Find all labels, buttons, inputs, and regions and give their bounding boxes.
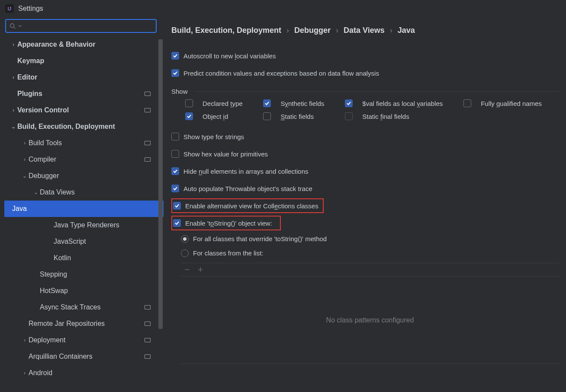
tree-item-debugger[interactable]: ⌄Debugger (4, 168, 164, 184)
hide-null-label: Hide null elements in arrays and collect… (183, 168, 309, 175)
project-scope-icon (145, 322, 151, 326)
settings-content: Build, Execution, Deployment › Debugger … (164, 19, 566, 392)
predict-label: Predict condition values and exceptions … (183, 70, 379, 77)
hide-null-checkbox[interactable] (171, 167, 179, 175)
tostring-checkbox[interactable] (173, 219, 181, 227)
tree-item-javascript[interactable]: ›JavaScript (4, 233, 164, 250)
radio-list-classes-row[interactable]: For classes from the list: (171, 246, 559, 260)
tree-item-build-tools[interactable]: ›Build Tools (4, 135, 164, 151)
autoscroll-checkbox[interactable] (171, 52, 179, 60)
predict-checkbox-row[interactable]: Predict condition values and exceptions … (171, 64, 559, 82)
static-fields-checkbox[interactable] (263, 112, 271, 120)
remove-button[interactable]: − (184, 264, 190, 275)
project-scope-icon (145, 108, 151, 112)
auto-throwable-label: Auto populate Throwable object's stack t… (183, 185, 312, 192)
declared-type-checkbox[interactable] (185, 99, 193, 107)
tree-item-editor[interactable]: ›Editor (4, 69, 164, 86)
title-bar: Settings (0, 0, 566, 19)
scrollbar-thumb[interactable] (158, 39, 163, 329)
tree-item-java-type-renderers[interactable]: ›Java Type Renderers (4, 217, 164, 233)
tree-item-android[interactable]: ›Android (4, 365, 164, 381)
empty-list-text: No class patterns configured (326, 316, 414, 324)
project-scope-icon (145, 141, 151, 145)
tree-item-build[interactable]: ⌄Build, Execution, Deployment (4, 118, 164, 135)
tree-item-appearance[interactable]: ›Appearance & Behavior (4, 36, 164, 53)
tree-item-async-stack-traces[interactable]: ›Async Stack Traces (4, 299, 164, 316)
breadcrumb: Build, Execution, Deployment › Debugger … (171, 26, 559, 35)
chevron-right-icon: › (286, 26, 289, 35)
class-list-toolbar: − + (181, 263, 559, 277)
radio-list-classes[interactable] (181, 249, 189, 257)
tree-item-keymap[interactable]: ›Keymap (4, 53, 164, 69)
tree-item-hotswap[interactable]: ›HotSwap (4, 283, 164, 299)
object-id-checkbox[interactable] (185, 112, 193, 120)
static-final-fields-checkbox (345, 112, 353, 120)
autoscroll-checkbox-row[interactable]: Autoscroll to new local variables (171, 47, 559, 64)
show-type-strings-label: Show type for strings (183, 133, 244, 140)
settings-sidebar: ›Appearance & Behavior ›Keymap ›Editor ›… (0, 19, 164, 392)
class-patterns-list: No class patterns configured (181, 277, 559, 364)
declared-type-label: Declared type (203, 100, 260, 107)
show-hex-row[interactable]: Show hex value for primitives (171, 145, 559, 163)
project-scope-icon (145, 305, 151, 309)
radio-list-classes-label: For classes from the list: (193, 249, 264, 257)
hide-null-row[interactable]: Hide null elements in arrays and collect… (171, 163, 559, 180)
val-fields-checkbox[interactable] (345, 99, 353, 107)
settings-search-input[interactable] (5, 19, 157, 33)
fq-names-checkbox[interactable] (463, 99, 471, 107)
crumb-build[interactable]: Build, Execution, Deployment (171, 26, 281, 35)
tree-item-data-views[interactable]: ⌄Data Views (4, 184, 164, 201)
crumb-data-views[interactable]: Data Views (344, 26, 385, 35)
synthetic-fields-checkbox[interactable] (263, 99, 271, 107)
window-title: Settings (18, 5, 43, 13)
tree-item-vcs[interactable]: ›Version Control (4, 102, 164, 118)
tree-item-deployment[interactable]: ›Deployment (4, 332, 164, 348)
svg-line-1 (14, 27, 16, 29)
app-logo-icon (5, 4, 14, 13)
chevron-right-icon: › (336, 26, 338, 35)
autoscroll-label: Autoscroll to new local variables (183, 52, 276, 60)
show-hex-checkbox[interactable] (171, 150, 179, 158)
show-grid: Declared type Synthetic fields $val fiel… (171, 99, 559, 120)
show-section-header: Show (171, 88, 559, 95)
object-id-label: Object id (203, 113, 260, 120)
auto-throwable-row[interactable]: Auto populate Throwable object's stack t… (171, 180, 559, 197)
sidebar-scrollbar[interactable] (158, 39, 164, 392)
auto-throwable-checkbox[interactable] (171, 185, 179, 192)
radio-all-classes[interactable] (181, 235, 189, 243)
project-scope-icon (145, 157, 151, 162)
alt-collections-row[interactable]: Enable alternative view for Collections … (171, 197, 559, 214)
divider (195, 91, 559, 92)
tostring-row[interactable]: Enable 'toString()' object view: (171, 214, 559, 232)
add-button[interactable]: + (198, 264, 203, 275)
show-type-strings-checkbox[interactable] (171, 133, 179, 140)
show-hex-label: Show hex value for primitives (183, 150, 268, 158)
project-scope-icon (145, 354, 151, 359)
project-scope-icon (145, 92, 151, 96)
show-type-strings-row[interactable]: Show type for strings (171, 128, 559, 145)
radio-all-classes-row[interactable]: For all classes that override 'toString(… (171, 232, 559, 246)
alt-collections-checkbox[interactable] (173, 202, 181, 210)
static-fields-label: Static fields (280, 113, 341, 120)
tree-item-java[interactable]: ›Java (4, 201, 164, 217)
tree-item-plugins[interactable]: ›Plugins (4, 86, 164, 102)
project-scope-icon (145, 338, 151, 342)
alt-collections-highlight: Enable alternative view for Collections … (171, 198, 324, 213)
tostring-highlight: Enable 'toString()' object view: (171, 216, 281, 230)
fq-names-label: Fully qualified names (481, 100, 559, 107)
predict-checkbox[interactable] (171, 69, 179, 77)
crumb-java: Java (398, 26, 415, 35)
settings-tree: ›Appearance & Behavior ›Keymap ›Editor ›… (4, 36, 164, 392)
tree-item-remote-jar[interactable]: ›Remote Jar Repositories (4, 316, 164, 332)
synthetic-fields-label: Synthetic fields (280, 100, 341, 107)
tostring-label: Enable 'toString()' object view: (185, 220, 272, 227)
svg-point-0 (10, 24, 14, 28)
tree-item-compiler[interactable]: ›Compiler (4, 151, 164, 168)
static-final-fields-label: Static final fields (362, 113, 460, 120)
tree-item-arquillian[interactable]: ›Arquillian Containers (4, 348, 164, 365)
search-icon (10, 23, 16, 29)
tree-item-kotlin[interactable]: ›Kotlin (4, 250, 164, 266)
crumb-debugger[interactable]: Debugger (294, 26, 331, 35)
chevron-right-icon: › (390, 26, 392, 35)
tree-item-stepping[interactable]: ›Stepping (4, 266, 164, 283)
